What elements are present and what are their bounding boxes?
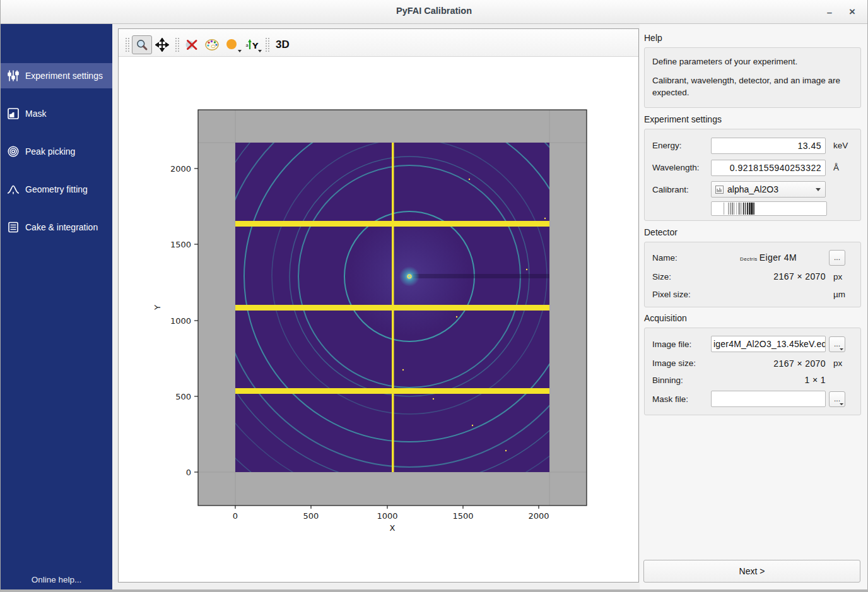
help-text-2: Calibrant, wavelength, detector, and an … bbox=[652, 74, 854, 99]
wavelength-input[interactable] bbox=[711, 160, 826, 176]
diffraction-image-plot[interactable]: 0 500 1000 1500 2000 0 500 1000 1500 200… bbox=[119, 57, 640, 583]
sidebar-item-mask[interactable]: Mask bbox=[1, 101, 112, 126]
calibrant-rings-row bbox=[652, 200, 854, 217]
wavelength-row: Wavelength: Å bbox=[652, 157, 854, 179]
clear-button[interactable] bbox=[182, 35, 202, 54]
detector-size-label: Size: bbox=[652, 272, 708, 281]
image-file-row: Image file: ... bbox=[652, 333, 854, 355]
next-button[interactable]: Next > bbox=[643, 560, 860, 583]
pixel-size-unit: µm bbox=[829, 290, 854, 299]
mask-file-browse-button[interactable]: ... bbox=[829, 391, 845, 407]
peak-picking-icon bbox=[6, 145, 20, 158]
pixel-size-label: Pixel size: bbox=[652, 290, 708, 299]
detector-pixel-row: Pixel size: µm bbox=[652, 285, 854, 303]
window-bottom-border bbox=[0, 589, 868, 592]
detector-heading: Detector bbox=[644, 227, 677, 237]
sidebar-item-experiment-settings[interactable]: Experiment settings bbox=[1, 63, 112, 88]
calibrant-histogram-icon bbox=[715, 186, 724, 194]
settings-panel: Help Define parameters of your experimen… bbox=[640, 24, 867, 589]
sliders-icon bbox=[6, 69, 20, 82]
mask-icon bbox=[6, 107, 20, 120]
svg-text:a: a bbox=[246, 43, 249, 48]
sidebar-item-label: Peak picking bbox=[25, 146, 75, 157]
toolbar-drag-handle[interactable] bbox=[265, 37, 269, 52]
sidebar-item-geometry-fitting[interactable]: Geometry fitting bbox=[1, 177, 112, 202]
sidebar-item-peak-picking[interactable]: Peak picking bbox=[1, 139, 112, 164]
image-size-row: Image size: 2167 × 2070 px bbox=[652, 355, 854, 372]
dropdown-caret-icon bbox=[238, 50, 242, 52]
x-tick: 1500 bbox=[452, 511, 473, 521]
dropdown-caret-icon bbox=[840, 403, 843, 405]
calibrant-select[interactable]: alpha_Al2O3 bbox=[711, 181, 826, 198]
close-button[interactable]: × bbox=[845, 4, 860, 20]
x-tick: 2000 bbox=[528, 511, 549, 521]
wavelength-unit: Å bbox=[829, 163, 854, 172]
3d-view-button[interactable]: 3D bbox=[272, 38, 293, 51]
sidebar-item-label: Experiment settings bbox=[25, 71, 103, 81]
zoom-tool-button[interactable] bbox=[132, 35, 152, 54]
window-titlebar: PyFAI Calibration – × bbox=[1, 0, 867, 24]
experiment-settings-heading: Experiment settings bbox=[644, 114, 722, 124]
toolbar-drag-handle[interactable] bbox=[125, 37, 129, 52]
y-tick: 1000 bbox=[170, 316, 191, 326]
y-axis-orientation-button[interactable]: a Y bbox=[242, 35, 262, 54]
marker-color-button[interactable] bbox=[222, 35, 242, 54]
image-file-browse-button[interactable]: ... bbox=[829, 336, 845, 352]
colormap-button[interactable] bbox=[202, 35, 222, 54]
help-text-1: Define parameters of your experiment. bbox=[652, 56, 854, 68]
svg-text:Y: Y bbox=[252, 41, 259, 50]
wavelength-label: Wavelength: bbox=[652, 163, 708, 172]
binning-value: 1 × 1 bbox=[711, 375, 826, 385]
x-tick: 1000 bbox=[377, 511, 397, 521]
mask-file-input[interactable] bbox=[711, 391, 826, 407]
image-size-unit: px bbox=[829, 358, 854, 368]
dropdown-caret-icon bbox=[840, 348, 843, 350]
help-box: Define parameters of your experiment. Ca… bbox=[644, 47, 861, 108]
beam-center-glow bbox=[399, 266, 419, 287]
detector-brand: Dectris bbox=[740, 256, 758, 262]
beamstop-shadow bbox=[413, 274, 549, 278]
app-window: PyFAI Calibration – × Experiment setting… bbox=[0, 0, 868, 592]
window-title: PyFAI Calibration bbox=[1, 6, 867, 16]
magnifier-icon bbox=[136, 38, 148, 51]
image-file-input[interactable] bbox=[711, 336, 826, 352]
help-heading: Help bbox=[644, 33, 662, 43]
online-help-link[interactable]: Online help... bbox=[1, 575, 112, 584]
acquisition-heading: Acquisition bbox=[644, 313, 687, 323]
detector-name-row: Name: DectrisEiger 4M ... bbox=[652, 247, 854, 268]
orange-dot-icon bbox=[226, 38, 238, 51]
x-tick: 0 bbox=[233, 511, 238, 521]
energy-label: Energy: bbox=[652, 141, 708, 150]
calibrant-value: alpha_Al2O3 bbox=[727, 184, 778, 194]
calibrant-rings-preview bbox=[711, 201, 827, 216]
detector-browse-button[interactable]: ... bbox=[829, 250, 845, 266]
y-tick: 500 bbox=[175, 392, 191, 401]
experiment-settings-box: Energy: keV Wavelength: Å Calibrant: bbox=[644, 129, 861, 221]
acquisition-box: Image file: ... Image size: 2167 × 2070 … bbox=[644, 328, 861, 415]
sidebar: Experiment settings Mask Peak picking bbox=[1, 24, 112, 589]
image-size-value: 2167 × 2070 bbox=[711, 358, 826, 369]
sidebar-item-cake-integration[interactable]: Cake & integration bbox=[1, 215, 112, 240]
x-axis-label: X bbox=[390, 523, 396, 533]
pan-tool-button[interactable] bbox=[152, 35, 172, 54]
cake-integration-icon bbox=[6, 221, 20, 234]
detector-name-value: Eiger 4M bbox=[760, 252, 797, 263]
energy-input[interactable] bbox=[711, 138, 826, 154]
energy-unit: keV bbox=[829, 141, 854, 150]
image-file-label: Image file: bbox=[652, 340, 708, 349]
detector-size-row: Size: 2167 × 2070 px bbox=[652, 268, 854, 285]
calibrant-row: Calibrant: alpha_Al2O3 bbox=[652, 179, 854, 200]
detector-size-value: 2167 × 2070 bbox=[711, 271, 826, 281]
red-cross-icon bbox=[185, 38, 199, 52]
mask-file-label: Mask file: bbox=[652, 394, 708, 404]
image-size-label: Image size: bbox=[652, 358, 708, 368]
minimize-button[interactable]: – bbox=[822, 4, 837, 20]
energy-row: Energy: keV bbox=[652, 134, 854, 157]
plot-panel: a Y 3D bbox=[118, 28, 639, 583]
y-tick: 1500 bbox=[170, 240, 191, 249]
detector-size-unit: px bbox=[829, 272, 854, 281]
y-axis-label: Y bbox=[153, 305, 162, 311]
detector-name-label: Name: bbox=[652, 253, 708, 263]
toolbar-drag-handle[interactable] bbox=[175, 37, 179, 52]
geometry-fitting-icon bbox=[6, 183, 20, 196]
